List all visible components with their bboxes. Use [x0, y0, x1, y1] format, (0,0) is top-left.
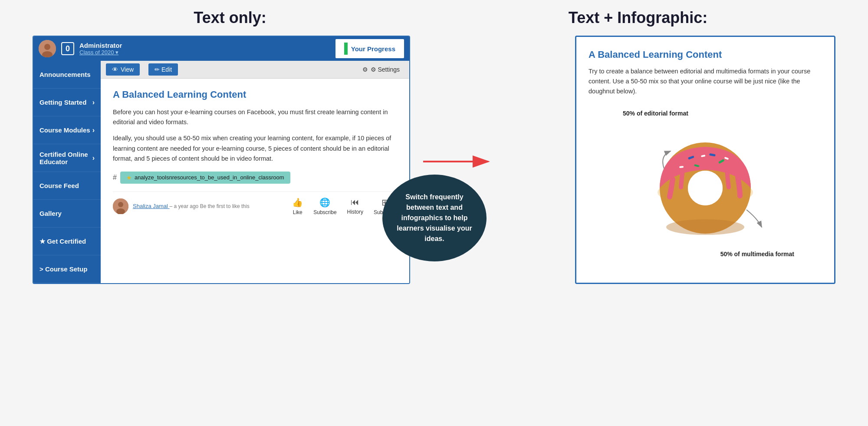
content-para1: Before you can host your e-learning cour… — [113, 107, 397, 127]
top-bar: 0 Administrator Class of 2020 ▾ Your Pro… — [33, 36, 409, 61]
sidebar-item-course-setup[interactable]: > Course Setup — [33, 255, 101, 283]
like-button[interactable]: 👍 Like — [292, 197, 303, 215]
infographic-title: A Balanced Learning Content — [589, 49, 822, 60]
like-icon: 👍 — [292, 197, 303, 208]
red-arrow — [423, 149, 493, 175]
action-buttons: 👍 Like 🌐 Subscribe ⏮ History — [292, 197, 397, 215]
tag-hash: # — [113, 174, 117, 182]
user-info: Administrator Class of 2020 ▾ — [79, 42, 330, 56]
comment-author: Shaliza Jamal – a year ago Be the first … — [133, 203, 250, 209]
settings-button[interactable]: ⚙ ⚙ Settings — [358, 63, 404, 76]
text-only-panel: 0 Administrator Class of 2020 ▾ Your Pro… — [33, 36, 410, 284]
content-title: A Balanced Learning Content — [113, 89, 397, 100]
sidebar-item-getting-started[interactable]: Getting Started › — [33, 89, 101, 116]
sidebar-item-get-certified[interactable]: ★ Get Certified — [33, 228, 101, 255]
app-body: Announcements Getting Started › Course M… — [33, 61, 409, 283]
comment-bar: Shaliza Jamal – a year ago Be the first … — [113, 192, 397, 215]
user-name: Administrator — [79, 42, 330, 49]
edit-button[interactable]: ✏ Edit — [148, 63, 178, 76]
switch-bubble: Switch frequently between text and infog… — [382, 175, 487, 261]
arrow-bubble-area: Switch frequently between text and infog… — [436, 36, 549, 284]
infographic-text: Try to create a balance between editoria… — [589, 66, 822, 97]
infographic-heading: Text + Infographic: — [569, 9, 707, 26]
progress-indicator — [344, 43, 348, 55]
sidebar-item-course-feed[interactable]: Course Feed — [33, 172, 101, 200]
chevron-icon: › — [92, 126, 95, 134]
donut-container: 50% of editorial format — [589, 106, 822, 258]
sidebar: Announcements Getting Started › Course M… — [33, 61, 101, 283]
svg-point-1 — [44, 44, 50, 50]
tag-bar: # ★ analyze_toolsnresources_to_be_used_i… — [113, 172, 397, 184]
main-content: 0 Administrator Class of 2020 ▾ Your Pro… — [0, 36, 868, 284]
view-button[interactable]: 👁 View — [106, 63, 140, 76]
label-multimedia: 50% of multimedia format — [720, 251, 794, 258]
subscribe-button[interactable]: 🌐 Subscribe — [313, 197, 336, 215]
text-only-heading: Text only: — [194, 9, 266, 26]
eye-icon: 👁 — [112, 66, 118, 73]
svg-point-18 — [688, 171, 723, 205]
toolbar: 👁 View ✏ Edit ⚙ ⚙ Settings — [101, 61, 409, 79]
notification-badge: 0 — [61, 42, 74, 55]
chevron-icon: › — [92, 99, 95, 106]
subscribe-icon: 🌐 — [319, 197, 330, 208]
svg-point-19 — [666, 219, 744, 235]
user-class[interactable]: Class of 2020 ▾ — [79, 49, 330, 56]
history-icon: ⏮ — [351, 197, 359, 207]
main-area: 👁 View ✏ Edit ⚙ ⚙ Settings A Balanced Le… — [101, 61, 409, 283]
sidebar-item-gallery[interactable]: Gallery — [33, 200, 101, 228]
svg-point-4 — [118, 202, 123, 207]
star-icon: ★ — [126, 174, 132, 181]
comment-time: – a year ago Be the first to like this — [170, 203, 250, 209]
content-area: A Balanced Learning Content Before you c… — [101, 79, 409, 283]
tag-text: analyze_toolsnresources_to_be_used_in_on… — [135, 174, 284, 181]
commenter-avatar — [113, 198, 128, 214]
donut-svg — [614, 123, 796, 253]
comment-author-link[interactable]: Shaliza Jamal — [133, 203, 170, 209]
sidebar-item-announcements[interactable]: Announcements — [33, 61, 101, 89]
label-editorial: 50% of editorial format — [623, 110, 688, 117]
progress-button[interactable]: Your Progress — [335, 39, 404, 58]
settings-icon: ⚙ — [362, 66, 368, 73]
tag-pill[interactable]: ★ analyze_toolsnresources_to_be_used_in_… — [120, 172, 290, 184]
avatar-image — [39, 40, 56, 57]
page-header: Text only: Text + Infographic: — [0, 0, 868, 36]
sidebar-item-certified-online-educator[interactable]: Certified Online Educator › — [33, 144, 101, 172]
content-para2: Ideally, you should use a 50-50 mix when… — [113, 133, 397, 164]
chevron-icon: › — [92, 154, 95, 162]
infographic-panel: A Balanced Learning Content Try to creat… — [575, 36, 835, 284]
donut-wrapper: 50% of editorial format — [614, 106, 796, 258]
avatar — [39, 40, 56, 57]
history-button[interactable]: ⏮ History — [347, 197, 363, 215]
sidebar-item-course-modules[interactable]: Course Modules › — [33, 116, 101, 144]
